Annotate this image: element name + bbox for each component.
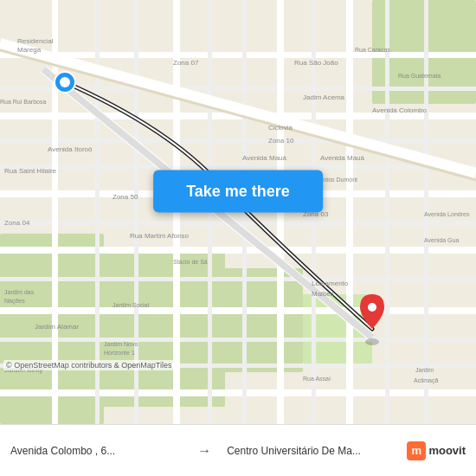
svg-rect-15	[0, 307, 476, 314]
svg-text:Nações: Nações	[4, 298, 25, 305]
moovit-logo: m moovit	[407, 441, 466, 460]
svg-rect-13	[0, 247, 476, 254]
svg-text:Avenida Colombo: Avenida Colombo	[372, 106, 428, 114]
svg-text:Avenida Itoroó: Avenida Itoroó	[48, 145, 93, 153]
moovit-m-icon: m	[407, 441, 426, 460]
map-container: Residencial Marega Zona 07 Rua São João …	[0, 0, 476, 424]
svg-text:Rua Rui Barbosa: Rua Rui Barbosa	[0, 99, 46, 105]
from-section: Avenida Colombo , 6...	[10, 445, 182, 457]
svg-text:Jardim Social: Jardim Social	[113, 302, 149, 308]
take-me-there-button[interactable]: Take me there	[153, 170, 323, 212]
svg-text:Stácio de Sá: Stácio de Sá	[173, 259, 208, 265]
svg-rect-23	[208, 0, 212, 424]
svg-rect-14	[0, 277, 476, 281]
svg-text:Rua Guatemala: Rua Guatemala	[398, 73, 441, 79]
svg-text:Aclimaçã: Aclimaçã	[414, 377, 439, 384]
svg-text:Rua São João: Rua São João	[294, 59, 338, 67]
svg-text:Zona 50: Zona 50	[113, 193, 138, 201]
svg-text:Jardim das: Jardim das	[4, 289, 35, 295]
svg-text:Avenida Londres: Avenida Londres	[424, 211, 470, 217]
svg-text:Horizonte 1: Horizonte 1	[104, 350, 135, 356]
to-label: Centro Universitário De Ma...	[227, 445, 361, 457]
svg-rect-3	[199, 268, 303, 372]
svg-text:Jardim: Jardim	[415, 367, 434, 373]
svg-rect-18	[0, 389, 476, 396]
svg-rect-16	[0, 338, 476, 342]
from-label: Avenida Colombo , 6...	[10, 445, 115, 457]
svg-text:Zona 04: Zona 04	[4, 219, 30, 227]
svg-text:Avenida Mauá: Avenida Mauá	[320, 154, 365, 162]
svg-text:Zona 07: Zona 07	[173, 59, 199, 67]
svg-rect-28	[385, 0, 389, 424]
svg-rect-6	[0, 52, 476, 58]
svg-text:Loteamento: Loteamento	[312, 280, 349, 287]
svg-rect-10	[0, 164, 476, 169]
svg-text:Jardim Novo: Jardim Novo	[104, 341, 138, 347]
svg-text:Jardim Alamar: Jardim Alamar	[35, 323, 79, 331]
moovit-text: moovit	[428, 444, 466, 457]
svg-point-36	[365, 338, 379, 345]
svg-point-37	[368, 303, 376, 312]
bottom-bar: Avenida Colombo , 6... → Centro Universi…	[0, 424, 476, 476]
svg-text:Rua Saint Hilaire: Rua Saint Hilaire	[4, 167, 57, 175]
to-section: Centro Universitário De Ma...	[227, 445, 398, 457]
svg-text:Ciclovia: Ciclovia	[268, 124, 293, 132]
svg-text:Jadim Acema: Jadim Acema	[303, 93, 345, 101]
svg-text:Marega: Marega	[17, 46, 42, 54]
arrow-icon: →	[197, 443, 211, 459]
svg-text:Residencial: Residencial	[17, 37, 54, 45]
svg-text:Zona 10: Zona 10	[268, 137, 294, 145]
svg-text:Avenida Mauá: Avenida Mauá	[242, 154, 287, 162]
svg-text:Rua Assaí: Rua Assaí	[303, 376, 331, 382]
svg-text:Avenida Gua: Avenida Gua	[424, 237, 459, 243]
svg-text:Malbec: Malbec	[312, 290, 334, 298]
app: Residencial Marega Zona 07 Rua São João …	[0, 0, 476, 476]
svg-text:Rua Martim Afonso: Rua Martim Afonso	[130, 232, 190, 240]
svg-text:Rua Caracas: Rua Caracas	[355, 47, 390, 53]
map-attribution: © OpenStreetMap contributors & OpenMapTi…	[3, 360, 174, 370]
svg-rect-25	[277, 0, 284, 424]
svg-point-35	[60, 77, 70, 87]
svg-rect-9	[0, 138, 476, 143]
svg-rect-27	[346, 0, 353, 424]
